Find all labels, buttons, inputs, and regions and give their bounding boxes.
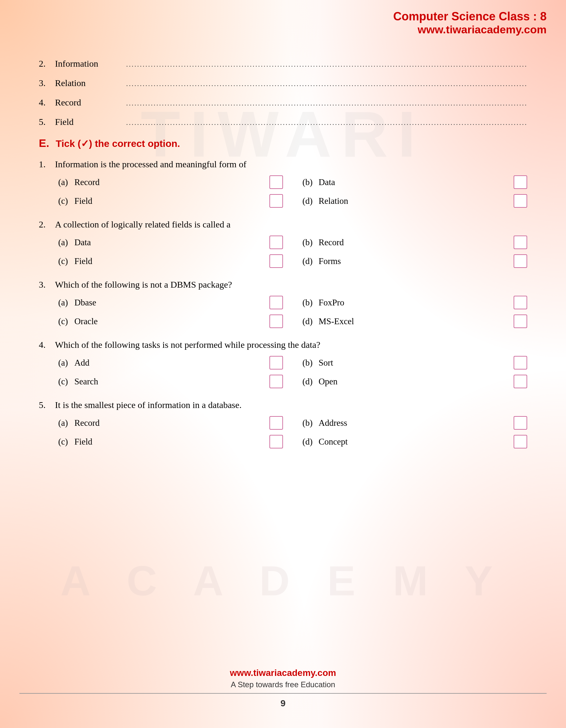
opt-text-5c: Field [74,437,263,447]
footer-page-number: 9 [0,698,566,709]
q-text-1: Information is the processed and meaning… [55,159,247,170]
opt-text-3b: FoxPro [318,298,507,308]
opt-text-2a: Data [74,237,263,248]
opt-label-4c: (c) [58,377,74,387]
option-4d: (d) Open [302,375,527,388]
opt-checkbox-5d[interactable] [514,435,527,448]
opt-label-2c: (c) [58,256,74,266]
opt-checkbox-3a[interactable] [270,296,283,309]
opt-checkbox-3c[interactable] [270,314,283,328]
mcq-container: 1. Information is the processed and mean… [39,159,527,448]
opt-checkbox-4b[interactable] [514,356,527,370]
fill-number-4: 4. [39,97,55,108]
section-e-header: E. Tick (✓) the correct option. [39,137,527,149]
watermark-academy: A C A D E M Y [60,557,505,605]
opt-checkbox-1b[interactable] [514,175,527,189]
q-num-2: 2. [39,219,55,230]
mcq-question-5: 5. It is the smallest piece of informati… [39,400,527,448]
opt-label-2d: (d) [302,256,318,266]
opt-text-5a: Record [74,418,263,428]
opt-checkbox-1d[interactable] [514,194,527,208]
fill-label-2: Information [55,59,126,69]
option-2d: (d) Forms [302,254,527,268]
fill-dots-5: ........................................… [126,117,527,126]
opt-checkbox-5b[interactable] [514,416,527,430]
opt-label-3a: (a) [58,298,74,308]
q-num-5: 5. [39,400,55,410]
option-3b: (b) FoxPro [302,296,527,309]
opt-checkbox-5c[interactable] [270,435,283,448]
option-5c: (c) Field [58,435,283,448]
opt-text-1a: Record [74,177,263,187]
q-num-3: 3. [39,280,55,290]
opt-checkbox-3b[interactable] [514,296,527,309]
opt-checkbox-1c[interactable] [270,194,283,208]
footer-divider [19,693,547,694]
opt-text-1d: Relation [318,196,507,206]
question-text-2: 2. A collection of logically related fie… [39,219,527,230]
mcq-question-1: 1. Information is the processed and mean… [39,159,527,208]
fill-label-4: Record [55,97,126,108]
page-header: Computer Science Class : 8 www.tiwariaca… [0,0,566,42]
mcq-question-4: 4. Which of the following tasks is not p… [39,340,527,388]
opt-label-1d: (d) [302,196,318,206]
option-2a: (a) Data [58,236,283,249]
options-grid-5: (a) Record (b) Address (c) Field (d) Con… [39,416,527,448]
fill-number-5: 5. [39,117,55,127]
options-grid-1: (a) Record (b) Data (c) Field (d) Relati… [39,175,527,208]
page-content: 2. Information .........................… [0,42,566,480]
option-1b: (b) Data [302,175,527,189]
opt-label-5a: (a) [58,418,74,428]
opt-text-4a: Add [74,358,263,368]
fill-number-2: 2. [39,59,55,69]
opt-label-1b: (b) [302,177,318,187]
opt-checkbox-4a[interactable] [270,356,283,370]
q-text-2: A collection of logically related fields… [55,219,231,230]
header-title: Computer Science Class : 8 [0,10,547,23]
fill-number-3: 3. [39,78,55,88]
opt-checkbox-2c[interactable] [270,254,283,268]
fill-dots-4: ........................................… [126,98,527,107]
opt-text-4c: Search [74,377,263,387]
q-text-4: Which of the following tasks is not perf… [55,340,320,350]
q-text-5: It is the smallest piece of information … [55,400,242,410]
opt-label-4a: (a) [58,358,74,368]
option-4b: (b) Sort [302,356,527,370]
opt-text-1b: Data [318,177,507,187]
opt-checkbox-2b[interactable] [514,236,527,249]
fill-label-5: Field [55,117,126,127]
opt-label-3d: (d) [302,316,318,326]
opt-text-2c: Field [74,256,263,266]
option-4c: (c) Search [58,375,283,388]
opt-text-2b: Record [318,237,507,248]
opt-label-5c: (c) [58,437,74,447]
opt-checkbox-3d[interactable] [514,314,527,328]
opt-checkbox-1a[interactable] [270,175,283,189]
question-text-5: 5. It is the smallest piece of informati… [39,400,527,410]
option-3a: (a) Dbase [58,296,283,309]
footer-tagline: A Step towards free Education [0,680,566,689]
opt-label-4b: (b) [302,358,318,368]
fill-item-4: 4. Record ..............................… [39,97,527,108]
opt-label-1a: (a) [58,177,74,187]
option-5a: (a) Record [58,416,283,430]
opt-checkbox-4d[interactable] [514,375,527,388]
option-3c: (c) Oracle [58,314,283,328]
opt-checkbox-4c[interactable] [270,375,283,388]
option-2b: (b) Record [302,236,527,249]
footer-website: www.tiwariacademy.com [0,668,566,678]
section-title: Tick (✓) the correct option. [56,138,180,149]
opt-label-5d: (d) [302,437,318,447]
fill-dots-2: ........................................… [126,59,527,68]
options-grid-2: (a) Data (b) Record (c) Field (d) Forms [39,236,527,268]
opt-checkbox-2d[interactable] [514,254,527,268]
option-4a: (a) Add [58,356,283,370]
opt-checkbox-2a[interactable] [270,236,283,249]
opt-label-2a: (a) [58,237,74,248]
section-letter: E. [39,137,49,149]
opt-label-3c: (c) [58,316,74,326]
opt-text-3d: MS-Excel [318,316,507,326]
mcq-question-2: 2. A collection of logically related fie… [39,219,527,268]
opt-label-5b: (b) [302,418,318,428]
opt-checkbox-5a[interactable] [270,416,283,430]
